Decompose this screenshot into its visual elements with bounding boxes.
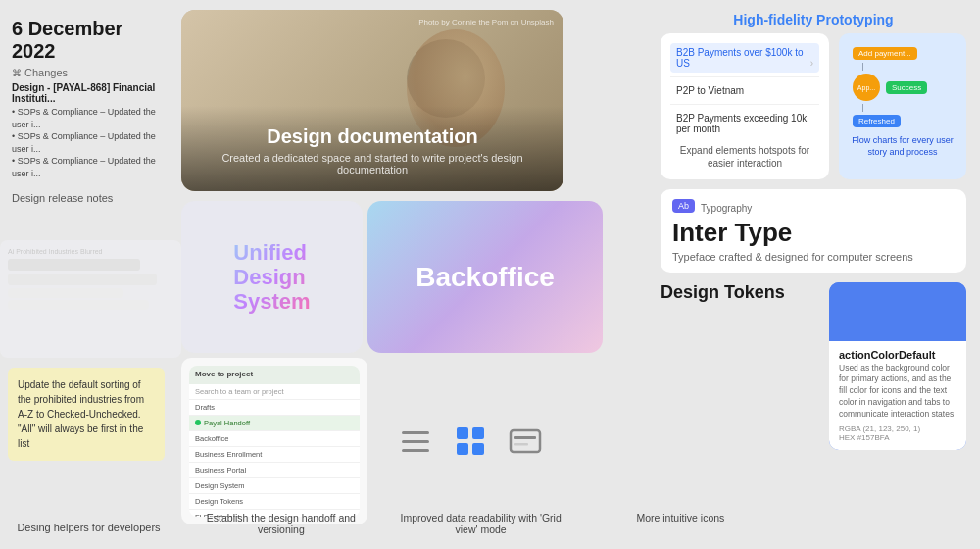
svg-rect-3 bbox=[457, 427, 468, 439]
grid-icons-card bbox=[372, 368, 568, 515]
svg-rect-5 bbox=[457, 443, 468, 455]
date-display: 6 December 2022 bbox=[12, 18, 170, 63]
bottom-label-grid: Improved data readability with 'Grid vie… bbox=[381, 512, 581, 535]
backoffice-text: Backoffice bbox=[416, 262, 555, 293]
flow-success-node: Success bbox=[886, 81, 927, 94]
flow-connector-1 bbox=[862, 63, 863, 71]
hotspot-divider-1 bbox=[670, 76, 819, 77]
design-doc-subtitle: Created a dedicated space and started to… bbox=[201, 152, 544, 175]
unified-design-card: UnifiedDesignSystem bbox=[181, 201, 363, 353]
typography-main: Inter Type bbox=[672, 219, 955, 247]
sticky-note: Update the default sorting of the prohib… bbox=[8, 368, 165, 461]
typography-badge: Ab bbox=[672, 199, 695, 213]
card-view-icon bbox=[508, 424, 543, 459]
hifi-section: High-fidelity Prototyping B2B Payments o… bbox=[661, 12, 966, 179]
typography-section: Ab Typography Inter Type Typeface crafte… bbox=[661, 189, 966, 273]
change-item-2: • SOPs & Compliance – Updated the user i… bbox=[12, 130, 170, 155]
change-title: Design - [PAYAL-868] Financial Instituti… bbox=[12, 82, 170, 104]
design-doc-overlay: Design documentation Created a dedicated… bbox=[181, 106, 564, 191]
unified-text: UnifiedDesignSystem bbox=[233, 240, 310, 315]
blurred-panel: Ai Prohibited Industries Blurred bbox=[0, 240, 181, 358]
handoff-enrollment: Business Enrollment bbox=[189, 447, 360, 463]
svg-rect-4 bbox=[472, 427, 484, 439]
flow-app-node: App... bbox=[853, 74, 880, 101]
flow-add-payment: Add payment... bbox=[853, 47, 917, 60]
list-view-icon bbox=[398, 424, 433, 459]
design-doc-card: Photo by Connie the Pom on Unsplash Desi… bbox=[181, 10, 564, 191]
bottom-label-empty bbox=[780, 512, 980, 535]
svg-rect-6 bbox=[472, 443, 484, 455]
hotspot-divider-2 bbox=[670, 104, 819, 105]
hotspot-item-1: P2P to Vietnam bbox=[670, 81, 819, 100]
bottom-label-icons: More intuitive icons bbox=[581, 512, 781, 535]
change-item-3: • SOPs & Compliance – Updated the user i… bbox=[12, 155, 170, 179]
typography-badge-label: Typography bbox=[701, 203, 752, 214]
svg-rect-9 bbox=[514, 443, 528, 446]
token-color-rgba: RGBA (21, 123, 250, 1) bbox=[839, 424, 956, 433]
handoff-portal: Business Portal bbox=[189, 463, 360, 478]
tokens-section: Design Tokens actionColorDefault Used as… bbox=[661, 282, 966, 450]
svg-rect-0 bbox=[402, 431, 429, 434]
svg-rect-7 bbox=[511, 430, 540, 452]
handoff-backoffice: Backoffice bbox=[189, 431, 360, 447]
token-color-hex: HEX #157BFA bbox=[839, 433, 956, 442]
left-bottom-label: Desing helpers for developers bbox=[8, 522, 170, 533]
handoff-design-system: Design System bbox=[189, 478, 360, 494]
handoff-drafts: Drafts bbox=[189, 400, 360, 416]
typography-desc: Typeface crafted & designed for computer… bbox=[672, 251, 955, 263]
design-release-label: Design release notes bbox=[12, 192, 170, 204]
flow-caption: Flow charts for every user story and pro… bbox=[849, 135, 956, 158]
handoff-header: Move to project bbox=[189, 366, 360, 384]
design-doc-title: Design documentation bbox=[201, 125, 544, 148]
bottom-label-handoff: Establish the design handoff and version… bbox=[181, 512, 381, 535]
token-color-info: actionColorDefault Used as the backgroun… bbox=[829, 341, 966, 450]
tokens-title: Design Tokens bbox=[661, 282, 819, 303]
handoff-tokens: Design Tokens bbox=[189, 494, 360, 510]
handoff-inner: Move to project Search to a team or proj… bbox=[189, 366, 360, 517]
change-item-1: • SOPs & Compliance – Updated the user i… bbox=[12, 106, 170, 130]
handoff-card: Move to project Search to a team or proj… bbox=[181, 358, 368, 524]
date-section: 6 December 2022 Changes Design - [PAYAL-… bbox=[12, 18, 170, 180]
token-color-card: actionColorDefault Used as the backgroun… bbox=[829, 282, 966, 450]
token-color-name: actionColorDefault bbox=[839, 349, 956, 361]
right-column: High-fidelity Prototyping B2B Payments o… bbox=[647, 0, 980, 549]
flow-refresh-node: Refreshed bbox=[853, 115, 901, 127]
flow-connector-2 bbox=[862, 104, 863, 112]
svg-rect-2 bbox=[402, 449, 429, 452]
svg-rect-1 bbox=[402, 440, 429, 443]
svg-rect-8 bbox=[514, 436, 536, 439]
hifi-content: B2B Payments over $100k to US › P2P to V… bbox=[661, 33, 966, 179]
photo-credit: Photo by Connie the Pom on Unsplash bbox=[418, 18, 554, 26]
hifi-title: High-fidelity Prototyping bbox=[661, 12, 966, 27]
hotspot-item-2: B2P Payments exceeding 10k per month bbox=[670, 109, 819, 138]
hotspot-label: Expand elements hotspots for easier inte… bbox=[670, 144, 819, 170]
icons-row bbox=[398, 424, 543, 459]
handoff-payal: Payal Handoff bbox=[189, 416, 360, 431]
token-color-swatch bbox=[829, 282, 966, 341]
flow-card: Add payment... App... Success Refreshed … bbox=[839, 33, 966, 179]
hotspots-card: B2B Payments over $100k to US › P2P to V… bbox=[661, 33, 829, 179]
hotspot-active: B2B Payments over $100k to US › bbox=[670, 43, 819, 73]
changes-label: Changes bbox=[12, 67, 170, 78]
token-color-desc: Used as the background color for primary… bbox=[839, 363, 956, 421]
backoffice-card: Backoffice bbox=[368, 201, 603, 353]
handoff-search: Search to a team or project bbox=[189, 384, 360, 400]
bottom-labels: Establish the design handoff and version… bbox=[181, 512, 980, 535]
grid-view-icon bbox=[453, 424, 488, 459]
